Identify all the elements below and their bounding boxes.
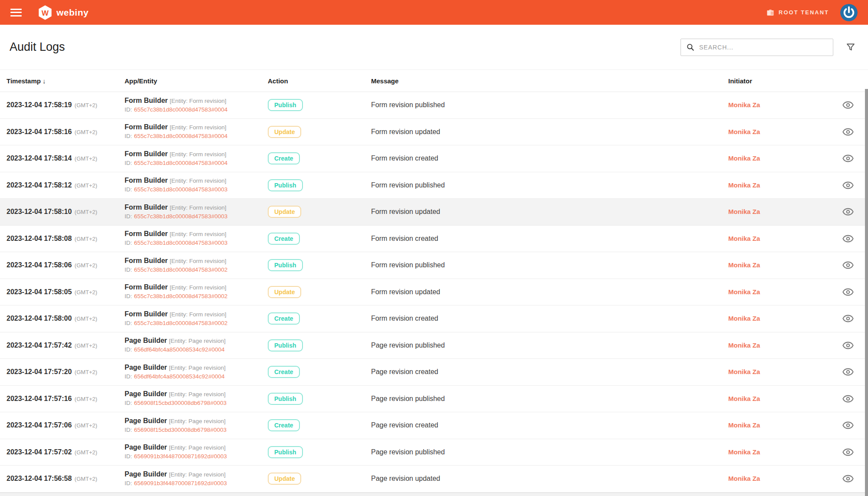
view-details-eye-icon[interactable] bbox=[842, 206, 854, 217]
table-row[interactable]: 2023-12-04 17:58:19 (GMT+2) Form Builder… bbox=[0, 92, 868, 119]
view-details-eye-icon[interactable] bbox=[842, 180, 854, 191]
view-details-eye-icon[interactable] bbox=[842, 233, 854, 244]
record-id-link[interactable]: 655c7c38b1d8c00008d47583#0002 bbox=[134, 293, 227, 299]
initiator-link[interactable]: Monika Za bbox=[728, 235, 760, 242]
filter-button[interactable] bbox=[845, 42, 856, 53]
id-label: ID: bbox=[125, 373, 132, 380]
id-label: ID: bbox=[125, 346, 132, 353]
table-row[interactable]: 2023-12-04 17:58:08 (GMT+2) Form Builder… bbox=[0, 226, 868, 253]
user-avatar[interactable] bbox=[840, 4, 858, 21]
record-id-link[interactable]: 655c7c38b1d8c00008d47583#0004 bbox=[134, 106, 227, 113]
record-id-link[interactable]: 656908f15cbd300008db6798#0003 bbox=[134, 400, 227, 406]
message-cell: Form revision published bbox=[371, 101, 728, 109]
initiator-link[interactable]: Monika Za bbox=[728, 261, 760, 269]
record-id-link[interactable]: 6569091b3f4487000871692d#0003 bbox=[134, 480, 227, 486]
brand-wordmark: webiny bbox=[56, 7, 89, 18]
app-name: Page Builder bbox=[125, 443, 167, 451]
table-row[interactable]: 2023-12-04 17:58:10 (GMT+2) Form Builder… bbox=[0, 199, 868, 226]
action-cell: Create bbox=[268, 419, 371, 431]
timezone-label: (GMT+2) bbox=[75, 155, 97, 162]
app-entity-cell: Form Builder [Entity: Form revision] ID:… bbox=[125, 310, 268, 328]
table-row[interactable]: 2023-12-04 17:57:42 (GMT+2) Page Builder… bbox=[0, 332, 868, 359]
table-row[interactable]: 2023-12-04 17:58:12 (GMT+2) Form Builder… bbox=[0, 172, 868, 199]
timestamp-value: 2023-12-04 17:58:00 bbox=[7, 315, 72, 322]
record-id-link[interactable]: 655c7c38b1d8c00008d47583#0004 bbox=[134, 133, 227, 139]
briefcase-icon bbox=[766, 8, 775, 17]
view-details-eye-icon[interactable] bbox=[842, 366, 854, 378]
timestamp-cell: 2023-12-04 17:57:06 (GMT+2) bbox=[7, 421, 125, 429]
record-id-link[interactable]: 655c7c38b1d8c00008d47583#0004 bbox=[134, 160, 227, 166]
app-name: Form Builder bbox=[125, 97, 168, 104]
timestamp-value: 2023-12-04 17:57:42 bbox=[7, 342, 72, 349]
menu-icon[interactable] bbox=[10, 9, 22, 16]
app-name: Page Builder bbox=[125, 417, 167, 424]
view-details-eye-icon[interactable] bbox=[842, 126, 854, 138]
app-entity-cell: Form Builder [Entity: Form revision] ID:… bbox=[125, 256, 268, 274]
app-name: Page Builder bbox=[125, 337, 167, 344]
timestamp-cell: 2023-12-04 17:57:02 (GMT+2) bbox=[7, 448, 125, 456]
initiator-link[interactable]: Monika Za bbox=[728, 448, 760, 456]
view-details-eye-icon[interactable] bbox=[842, 99, 854, 111]
id-label: ID: bbox=[125, 133, 132, 139]
table-row[interactable]: 2023-12-04 17:57:06 (GMT+2) Page Builder… bbox=[0, 412, 868, 439]
table-row[interactable]: 2023-12-04 17:58:00 (GMT+2) Form Builder… bbox=[0, 305, 868, 332]
view-details-eye-icon[interactable] bbox=[842, 393, 854, 404]
view-details-eye-icon[interactable] bbox=[842, 420, 854, 431]
initiator-cell: Monika Za bbox=[728, 475, 828, 483]
initiator-link[interactable]: Monika Za bbox=[728, 315, 760, 322]
initiator-link[interactable]: Monika Za bbox=[728, 342, 760, 349]
initiator-link[interactable]: Monika Za bbox=[728, 288, 760, 296]
initiator-link[interactable]: Monika Za bbox=[728, 208, 760, 215]
entity-label: [Entity: Page revision] bbox=[169, 418, 226, 424]
record-id-link[interactable]: 6569091b3f4487000871692d#0003 bbox=[134, 453, 227, 460]
record-id-link[interactable]: 655c7c38b1d8c00008d47583#0003 bbox=[134, 213, 227, 220]
initiator-link[interactable]: Monika Za bbox=[728, 154, 760, 162]
view-details-eye-icon[interactable] bbox=[842, 313, 854, 324]
search-input[interactable] bbox=[699, 44, 828, 51]
webiny-logo[interactable]: W webiny bbox=[37, 5, 89, 20]
timestamp-value: 2023-12-04 17:57:02 bbox=[7, 448, 72, 456]
table-row[interactable]: 2023-12-04 17:58:06 (GMT+2) Form Builder… bbox=[0, 252, 868, 279]
column-header-timestamp[interactable]: Timestamp↓ bbox=[7, 77, 125, 85]
initiator-link[interactable]: Monika Za bbox=[728, 368, 760, 375]
timestamp-value: 2023-12-04 17:57:06 bbox=[7, 421, 72, 429]
filter-funnel-icon bbox=[845, 42, 856, 53]
initiator-link[interactable]: Monika Za bbox=[728, 395, 760, 402]
record-id-link[interactable]: 656908f15cbd300008db6798#0003 bbox=[134, 427, 227, 433]
view-details-eye-icon[interactable] bbox=[842, 153, 854, 164]
record-id-link[interactable]: 655c7c38b1d8c00008d47583#0002 bbox=[134, 320, 227, 326]
sort-descending-icon[interactable]: ↓ bbox=[43, 77, 46, 85]
view-details-eye-icon[interactable] bbox=[842, 286, 854, 298]
power-avatar-icon bbox=[840, 4, 858, 21]
id-label: ID: bbox=[125, 480, 132, 486]
record-id-link[interactable]: 656df64bfc4a850008534c92#0004 bbox=[134, 346, 225, 353]
initiator-link[interactable]: Monika Za bbox=[728, 101, 760, 108]
record-id-link[interactable]: 655c7c38b1d8c00008d47583#0002 bbox=[134, 266, 227, 273]
initiator-link[interactable]: Monika Za bbox=[728, 128, 760, 135]
table-row[interactable]: 2023-12-04 17:58:05 (GMT+2) Form Builder… bbox=[0, 279, 868, 306]
view-details-eye-icon[interactable] bbox=[842, 340, 854, 351]
entity-label: [Entity: Form revision] bbox=[170, 98, 227, 104]
vertical-scrollbar[interactable] bbox=[865, 89, 868, 496]
initiator-link[interactable]: Monika Za bbox=[728, 421, 760, 429]
record-id-link[interactable]: 655c7c38b1d8c00008d47583#0003 bbox=[134, 186, 227, 193]
initiator-link[interactable]: Monika Za bbox=[728, 475, 760, 482]
table-row[interactable]: 2023-12-04 17:56:58 (GMT+2) Page Builder… bbox=[0, 466, 868, 493]
record-id-link[interactable]: 656df64bfc4a850008534c92#0004 bbox=[134, 373, 225, 380]
initiator-link[interactable]: Monika Za bbox=[728, 181, 760, 189]
view-details-eye-icon[interactable] bbox=[842, 473, 854, 484]
table-header: Timestamp↓ App/Entity Action Message Ini… bbox=[0, 70, 868, 92]
timezone-label: (GMT+2) bbox=[75, 369, 97, 375]
view-details-eye-icon[interactable] bbox=[842, 447, 854, 458]
table-row[interactable]: 2023-12-04 17:57:16 (GMT+2) Page Builder… bbox=[0, 386, 868, 413]
table-row[interactable]: 2023-12-04 17:58:14 (GMT+2) Form Builder… bbox=[0, 145, 868, 172]
tenant-selector[interactable]: ROOT TENANT bbox=[766, 8, 829, 17]
table-row[interactable]: 2023-12-04 17:57:20 (GMT+2) Page Builder… bbox=[0, 359, 868, 386]
record-id-link[interactable]: 655c7c38b1d8c00008d47583#0003 bbox=[134, 240, 227, 246]
initiator-cell: Monika Za bbox=[728, 261, 828, 269]
table-row[interactable]: 2023-12-04 17:57:02 (GMT+2) Page Builder… bbox=[0, 439, 868, 466]
timestamp-cell: 2023-12-04 17:57:20 (GMT+2) bbox=[7, 368, 125, 376]
view-details-eye-icon[interactable] bbox=[842, 259, 854, 271]
table-row[interactable]: 2023-12-04 17:58:16 (GMT+2) Form Builder… bbox=[0, 119, 868, 146]
action-badge: Publish bbox=[268, 99, 303, 111]
